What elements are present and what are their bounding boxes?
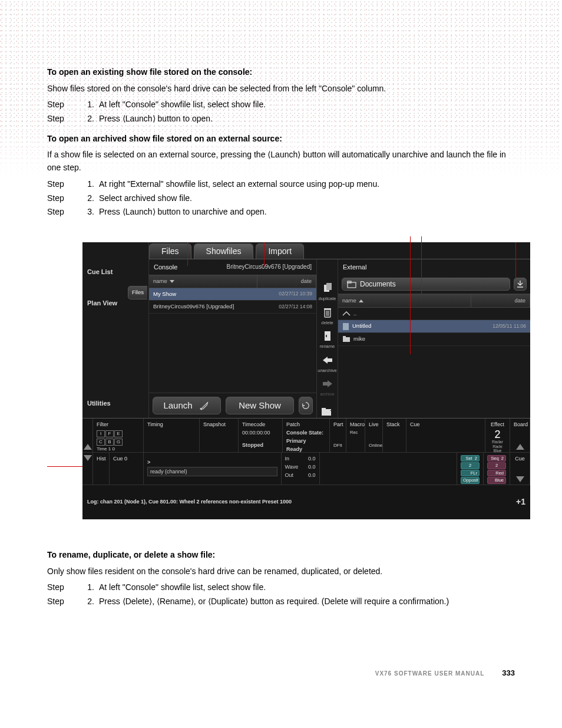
filter-ife: IFE <box>97 430 140 437</box>
cell-snapshot[interactable]: Snapshot <box>200 419 239 452</box>
screenshot-wrap: Save a Copy Files Showfiles Import Cue L… <box>47 242 515 519</box>
cmdline-input[interactable] <box>147 467 277 476</box>
cell-filter[interactable]: Filter IFE CBG Time 1 0 <box>93 419 144 452</box>
cell-effect[interactable]: Effect 2 Radar Rade Blue <box>485 419 510 452</box>
tab-showfiles[interactable]: Showfiles <box>194 243 254 259</box>
page-footer: VX76 SOFTWARE USER MANUAL 333 <box>47 667 515 679</box>
cell-spacer <box>320 453 458 485</box>
section3-intro: Only show files resident on the console'… <box>47 565 515 578</box>
file-row[interactable]: Untitled 12/05/11 11:06 <box>338 320 530 333</box>
duplicate-button[interactable]: duplicate <box>318 282 336 302</box>
launch-button[interactable]: Launch <box>153 397 221 414</box>
cell-board[interactable]: Board <box>510 419 530 452</box>
file-name: My Show <box>153 290 253 299</box>
nav-utilities[interactable]: Utilities <box>82 393 148 414</box>
cell-live[interactable]: Live Online <box>365 419 383 452</box>
duplicate-icon <box>323 282 332 294</box>
rename-button[interactable]: rename <box>320 330 335 350</box>
external-folder-select[interactable]: Documents <box>342 278 510 291</box>
down-arrow-icon <box>516 476 524 482</box>
revert-button[interactable] <box>299 397 313 414</box>
revert-icon <box>302 401 310 410</box>
svg-rect-14 <box>343 323 349 330</box>
nav-cuelist[interactable]: Cue List <box>82 261 148 283</box>
col-name[interactable]: name <box>149 275 257 288</box>
file-date: 02/27/12 14:08 <box>253 303 312 311</box>
sort-asc-icon <box>359 299 363 302</box>
svg-rect-15 <box>343 337 350 342</box>
console-pane: Console BritneyCircus09v676 [Upgraded] n… <box>149 259 317 418</box>
ext-col-date[interactable]: date <box>471 295 530 307</box>
side-nav: Cue List Plan View Utilities Files <box>82 242 149 418</box>
cell-hist[interactable]: Hist <box>93 453 110 485</box>
file-row[interactable]: mike <box>338 333 530 346</box>
plus1[interactable]: +1 <box>516 496 525 509</box>
ext-col-name[interactable]: name <box>338 295 471 307</box>
download-button[interactable] <box>514 278 527 291</box>
step-label: Step <box>47 113 77 126</box>
cell-seq[interactable]: Seq 2 2 Red Blue <box>484 453 510 485</box>
step-text: At left "Console" showfile list, select … <box>99 98 515 111</box>
cell-part[interactable]: Part DFlt <box>330 419 346 452</box>
launch-label: Launch <box>163 398 192 412</box>
cell-cue0[interactable]: Cue 0 <box>110 453 144 485</box>
archive-button[interactable]: archive <box>320 377 334 398</box>
download-icon <box>517 280 524 288</box>
cell-patch[interactable]: Patch Console State: Primary Ready <box>283 419 330 452</box>
unarchive-button[interactable]: unarchive <box>318 354 337 374</box>
actions-column: duplicate delete rename unarchive archiv… <box>317 259 338 418</box>
cell-cue[interactable]: Cue <box>406 419 485 452</box>
bottom-panel: Filter IFE CBG Time 1 0 Timing Snapshot … <box>82 418 530 519</box>
file-row[interactable]: BritneyCircus09v676 [Upgraded] 02/27/12 … <box>149 301 316 314</box>
main-tabs: Files Showfiles Import <box>149 242 530 259</box>
rename-icon <box>323 330 332 342</box>
newfolder-icon: + <box>321 407 333 416</box>
down-arrow-icon[interactable] <box>84 455 92 461</box>
filter-cbg: CBG <box>97 439 140 446</box>
page-number: 333 <box>502 667 515 679</box>
col-date[interactable]: date <box>257 275 316 288</box>
file-row[interactable]: .. <box>338 308 530 321</box>
section2-title: To open an archived show file stored on … <box>47 133 515 146</box>
ext-file-list: .. Untitled 12/05/11 11:06 mike <box>338 308 530 418</box>
external-pane: External Documents name date . <box>338 259 530 418</box>
cell-cmdline: > <box>144 453 282 485</box>
newshow-button[interactable]: New Show <box>226 397 294 414</box>
section2-intro: If a show file is selected on an externa… <box>47 149 515 174</box>
cell-set[interactable]: Set 2 2 FLr Opposit <box>457 453 484 485</box>
section3-title: To rename, duplicate, or delete a show f… <box>47 549 515 562</box>
step-text: Press ⟨Launch⟩ button to open. <box>99 113 515 126</box>
file-name: BritneyCircus09v676 [Upgraded] <box>153 302 253 311</box>
trash-icon <box>323 307 332 318</box>
newshow-label: New Show <box>239 398 281 412</box>
folder-icon <box>347 280 356 288</box>
section3-steps: Step1.At left "Console" showfile list, s… <box>47 581 515 608</box>
up-arrow-icon[interactable] <box>84 444 92 450</box>
section1-intro: Show files stored on the console's hard … <box>47 83 515 95</box>
cell-macro[interactable]: Macro Rec <box>346 419 365 452</box>
nav-files-tab[interactable]: Files <box>128 286 147 299</box>
sort-desc-icon <box>170 280 174 283</box>
cell-stack[interactable]: Stack <box>383 419 406 452</box>
svg-rect-10 <box>322 408 326 410</box>
section2-steps: Step1.At right "External" showfile list,… <box>47 178 515 219</box>
svg-rect-8 <box>326 335 327 337</box>
app-screenshot: Files Showfiles Import Cue List Plan Vie… <box>82 242 530 519</box>
svg-rect-6 <box>324 308 331 309</box>
cell-cue-right[interactable]: Cue <box>510 453 530 485</box>
delete-button[interactable]: delete <box>321 306 333 327</box>
svg-rect-16 <box>343 336 346 338</box>
cell-params: In0.0 Wave0.0 Out0.0 <box>282 453 320 485</box>
cell-timecode[interactable]: Timecode 00:00:00:00 Stopped <box>239 419 283 452</box>
external-title: External <box>338 259 530 275</box>
tab-files[interactable]: Files <box>149 243 191 259</box>
file-date: 02/27/12 10:39 <box>253 290 312 298</box>
file-row[interactable]: My Show 02/27/12 10:39 <box>149 288 316 301</box>
footer-title: VX76 SOFTWARE USER MANUAL <box>375 669 485 678</box>
step-label: Step <box>47 98 77 111</box>
log-line: Log: chan 201 (Node 1), Cue 801.00: Whee… <box>87 498 292 506</box>
section1-title: To open an existing show file stored on … <box>47 66 515 79</box>
cell-timing[interactable]: Timing <box>144 419 200 452</box>
tab-import[interactable]: Import <box>256 243 304 259</box>
open-showfile-name: BritneyCircus09v676 [Upgraded] <box>226 262 312 272</box>
